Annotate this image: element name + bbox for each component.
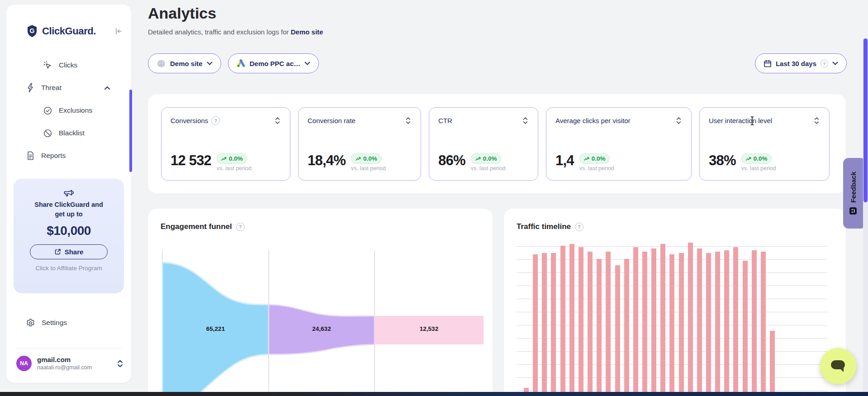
- help-icon[interactable]: ?: [575, 223, 583, 231]
- kpi-value: 18,4%: [308, 153, 346, 168]
- sidebar-item-label: Clicks: [59, 61, 77, 69]
- ppc-account-selector[interactable]: Demo PPC ac…: [228, 53, 319, 73]
- trend-up-icon: [746, 157, 751, 161]
- kpi-label: User interaction level: [709, 117, 772, 124]
- funnel-title: Engagement funnel: [161, 222, 232, 231]
- subtitle-site-name: Demo site: [291, 28, 323, 36]
- date-range-selector[interactable]: Last 30 days ?: [755, 53, 847, 73]
- traffic-bar: [642, 252, 647, 396]
- page-scrollbar-thumb[interactable]: [863, 38, 868, 202]
- site-selector[interactable]: Demo site: [148, 53, 221, 73]
- funnel-chart: 65,221 24,632 12,532: [148, 245, 493, 396]
- sidebar-item-settings[interactable]: Settings: [6, 312, 131, 334]
- trend-up-icon: [584, 157, 589, 161]
- external-link-icon: [54, 248, 61, 255]
- app-root: G ClickGuard. Clicks Threat: [0, 0, 868, 396]
- traffic-bar: [679, 253, 684, 396]
- kpi-delta-block: 0.0% vs. last period: [471, 153, 506, 172]
- trend-badge: 0.0%: [351, 153, 382, 164]
- chevron-up-icon[interactable]: [104, 86, 110, 90]
- chevron-down-icon: [304, 62, 310, 65]
- trend-up-icon: [356, 157, 361, 161]
- badge-check-icon: [43, 106, 52, 115]
- traffic-bar: [688, 243, 693, 396]
- cursor-click-icon: [43, 61, 52, 70]
- brand-header: G ClickGuard.: [6, 5, 131, 38]
- sidebar-item-reports[interactable]: Reports: [6, 144, 131, 167]
- sidebar-item-exclusions[interactable]: Exclusions: [6, 99, 131, 122]
- sidebar-item-clicks[interactable]: Clicks: [6, 54, 131, 76]
- traffic-bar: [743, 261, 748, 396]
- ppc-account-label: Demo PPC ac…: [250, 60, 301, 67]
- traffic-bar: [669, 254, 674, 396]
- traffic-bar: [761, 252, 766, 396]
- funnel-stage-2-value: 24,632: [269, 325, 375, 332]
- kpi-delta-block: 0.0% vs. last period: [351, 153, 386, 172]
- sort-icon[interactable]: [675, 116, 682, 125]
- chat-bubble-icon: [830, 359, 847, 373]
- gear-icon: [26, 318, 35, 328]
- promo-amount: $10,000: [14, 224, 124, 238]
- sidebar-item-label: Settings: [42, 319, 67, 327]
- help-icon[interactable]: ?: [236, 223, 245, 231]
- svg-text:G: G: [30, 27, 35, 34]
- sidebar: G ClickGuard. Clicks Threat: [6, 5, 131, 383]
- feedback-tab[interactable]: Feedback: [843, 158, 863, 229]
- traffic-bar: [624, 259, 629, 396]
- kpi-value: 86%: [438, 153, 465, 168]
- help-icon[interactable]: ?: [821, 60, 828, 67]
- affiliate-promo-card[interactable]: Share ClickGuard and get up to $10,000 S…: [14, 179, 124, 293]
- kpi-caption: vs. last period: [471, 165, 506, 172]
- sort-icon[interactable]: [405, 116, 412, 125]
- funnel-stage-3-value: 12,532: [375, 325, 484, 332]
- promo-text: Share ClickGuard and get up to: [14, 200, 124, 219]
- feedback-label: Feedback: [849, 172, 857, 203]
- page-scrollbar-track[interactable]: [863, 38, 868, 396]
- help-icon[interactable]: ?: [211, 116, 220, 125]
- kpi-label: Conversion rate: [308, 117, 356, 124]
- subtitle-text: Detailed analytics, traffic and exclusio…: [148, 28, 289, 36]
- traffic-bar: [660, 244, 665, 396]
- sort-icon[interactable]: [274, 116, 281, 125]
- trend-badge: 0.0%: [741, 153, 772, 164]
- traffic-bar: [569, 244, 574, 396]
- traffic-bar: [715, 252, 720, 396]
- kpi-label: Average clicks per visitor: [555, 117, 631, 124]
- site-selector-label: Demo site: [170, 60, 203, 67]
- sidebar-collapse-button[interactable]: [114, 27, 123, 36]
- sort-icon[interactable]: [522, 116, 529, 125]
- traffic-bar: [706, 253, 711, 396]
- kpi-delta-block: 0.0% vs. last period: [741, 153, 776, 172]
- chevron-down-icon: [832, 62, 838, 65]
- engagement-funnel-card: Engagement funnel ? 65,221 24,632 12,532: [148, 209, 493, 396]
- kpi-card-avg-clicks: Average clicks per visitor 1,4 0.0% vs. …: [546, 107, 692, 181]
- text-cursor: [749, 116, 755, 126]
- funnel-shapes: [148, 245, 493, 396]
- kpi-value: 12 532: [171, 153, 211, 168]
- account-name: gmail.com: [37, 356, 92, 364]
- globe-icon: [157, 59, 166, 68]
- share-button-label: Share: [65, 248, 84, 256]
- kpi-panel: Conversions ? 12 532 0.0% vs. last perio…: [148, 94, 846, 194]
- sort-icon[interactable]: [813, 116, 820, 125]
- kpi-delta-block: 0.0% vs. last period: [217, 153, 251, 172]
- traffic-bar: [752, 250, 757, 396]
- kpi-label: Conversions: [171, 117, 208, 124]
- sidebar-divider: [15, 348, 122, 348]
- share-button[interactable]: Share: [30, 244, 108, 259]
- page-subtitle: Detailed analytics, traffic and exclusio…: [148, 28, 323, 36]
- account-switcher[interactable]: NA gmail.com naatali.ro@gmail.com: [16, 356, 123, 371]
- document-icon: [26, 151, 35, 161]
- google-ads-icon: [237, 59, 246, 67]
- sidebar-scrollbar-thumb[interactable]: [129, 90, 132, 172]
- chat-launcher-button[interactable]: [820, 348, 856, 384]
- kpi-card-interaction-level: User interaction level 38% 0.0% vs. last…: [699, 107, 830, 181]
- sidebar-item-blacklist[interactable]: Blacklist: [6, 122, 131, 144]
- date-range-label: Last 30 days: [776, 60, 816, 67]
- traffic-bar: [633, 247, 638, 396]
- clickguard-logo-icon: G: [26, 24, 38, 38]
- sidebar-item-threat[interactable]: Threat: [6, 76, 131, 99]
- traffic-bar: [651, 248, 656, 396]
- traffic-bar: [770, 331, 775, 396]
- kpi-value: 38%: [709, 153, 736, 168]
